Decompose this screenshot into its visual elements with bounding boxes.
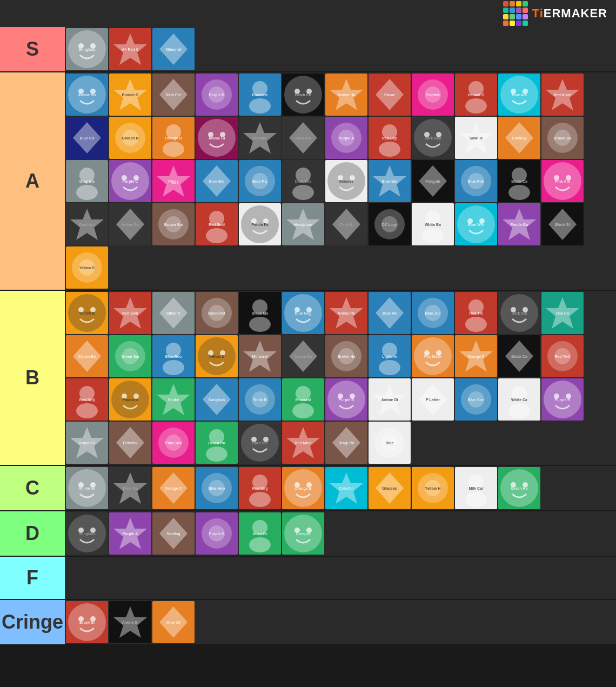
- avatar-b-5[interactable]: Blue Gog: [282, 292, 324, 334]
- avatar-a-7[interactable]: Flame: [369, 74, 411, 116]
- avatar-b-6[interactable]: Anime Re: [325, 292, 367, 334]
- avatar-a-31[interactable]: Blue Gla: [369, 160, 411, 202]
- avatar-a-0[interactable]: Anime Bo: [66, 74, 108, 116]
- avatar-b-21[interactable]: Orange F: [455, 335, 497, 377]
- avatar-s-0[interactable]: Sunglass: [66, 28, 108, 70]
- avatar-a-32[interactable]: Penguin: [412, 160, 454, 202]
- avatar-b-12[interactable]: Crown Bo: [66, 335, 108, 377]
- avatar-b-34[interactable]: White Ca: [498, 378, 540, 421]
- avatar-a-38[interactable]: Brown Sm: [152, 203, 195, 245]
- avatar-a-3[interactable]: Purple B: [196, 74, 238, 116]
- avatar-b-25[interactable]: Popcorn: [109, 378, 151, 421]
- avatar-b-18[interactable]: Brown Ha: [325, 335, 367, 377]
- avatar-c-3[interactable]: Blue Hoo: [196, 467, 238, 509]
- avatar-a-15[interactable]: Anime Gi: [196, 117, 238, 159]
- avatar-cringe-0[interactable]: Brawl St: [66, 601, 108, 643]
- avatar-c-6[interactable]: Colorful: [325, 467, 367, 509]
- avatar-b-2[interactable]: Silver K: [152, 292, 195, 334]
- avatar-b-27[interactable]: Sunglass: [196, 378, 238, 421]
- avatar-a-2[interactable]: Real Per: [152, 74, 195, 116]
- avatar-cringe-1[interactable]: Anime Gi: [109, 601, 151, 643]
- avatar-a-24[interactable]: Gray Ele: [66, 160, 108, 202]
- avatar-b-7[interactable]: Blue Ali: [369, 292, 411, 334]
- avatar-b-42[interactable]: Dragi Ro: [325, 422, 367, 464]
- avatar-a-10[interactable]: Blue Ani: [498, 74, 540, 116]
- avatar-a-28[interactable]: Blue P L: [239, 160, 281, 202]
- avatar-a-20[interactable]: Dark Boy: [412, 117, 454, 159]
- avatar-a-47[interactable]: Black St: [541, 203, 584, 245]
- avatar-c-10[interactable]: Green He: [498, 467, 540, 509]
- avatar-a-34[interactable]: Black Ca: [498, 160, 540, 202]
- avatar-a-22[interactable]: Cowboy: [498, 117, 540, 159]
- avatar-a-1[interactable]: Blonde G: [109, 74, 151, 116]
- avatar-a-18[interactable]: Purple A: [325, 117, 367, 159]
- avatar-b-35[interactable]: Purple H: [541, 378, 584, 421]
- avatar-d-0[interactable]: Sunglass: [66, 512, 108, 555]
- avatar-a-13[interactable]: Golden R: [109, 117, 151, 159]
- avatar-c-0[interactable]: Anime Gr: [66, 467, 108, 509]
- avatar-a-29[interactable]: Dark Sha: [282, 160, 324, 202]
- avatar-cringe-2[interactable]: Hive Cli: [152, 601, 195, 643]
- avatar-a-27[interactable]: Blue Blo: [196, 160, 238, 202]
- avatar-a-36[interactable]: Dark Ani: [66, 203, 108, 245]
- avatar-b-36[interactable]: Robot Fa: [66, 422, 108, 464]
- avatar-a-17[interactable]: Dark Ani: [282, 117, 324, 159]
- avatar-a-43[interactable]: DZ Logo: [369, 203, 411, 245]
- avatar-d-4[interactable]: Alien Gr: [239, 512, 281, 555]
- avatar-a-42[interactable]: Circle L: [325, 203, 367, 245]
- avatar-d-2[interactable]: Smiling: [152, 512, 195, 555]
- avatar-a-26[interactable]: Piggy: [152, 160, 195, 202]
- avatar-b-16[interactable]: Minecraf: [239, 335, 281, 377]
- avatar-a-12[interactable]: Blue Cir: [66, 117, 108, 159]
- avatar-b-20[interactable]: Fox Mask: [412, 335, 454, 377]
- avatar-a-4[interactable]: Blueberr: [239, 74, 281, 116]
- avatar-a-23[interactable]: Brown Bo: [541, 117, 584, 159]
- avatar-b-13[interactable]: Green Sm: [109, 335, 151, 377]
- avatar-c-8[interactable]: Yellow H: [412, 467, 454, 509]
- avatar-a-37[interactable]: Anime Su: [109, 203, 151, 245]
- avatar-b-10[interactable]: Dark Sui: [498, 292, 540, 334]
- avatar-a-14[interactable]: Orange B: [152, 117, 195, 159]
- avatar-b-43[interactable]: Dice: [369, 422, 411, 464]
- avatar-c-9[interactable]: Milk Car: [455, 467, 497, 509]
- avatar-a-25[interactable]: Purple C: [109, 160, 151, 202]
- avatar-a-44[interactable]: White Ba: [412, 203, 454, 245]
- avatar-a-8[interactable]: Pixelate: [412, 74, 454, 116]
- avatar-a-11[interactable]: Red Anim: [541, 74, 584, 116]
- avatar-b-1[interactable]: Red Swir: [109, 292, 151, 334]
- avatar-b-37[interactable]: Detectiv: [109, 422, 151, 464]
- avatar-a-9[interactable]: Helmet G: [455, 74, 497, 116]
- avatar-b-41[interactable]: Red Mine: [282, 422, 324, 464]
- avatar-a-16[interactable]: Monitor: [239, 117, 281, 159]
- avatar-b-39[interactable]: Green Ru: [196, 422, 238, 464]
- avatar-b-3[interactable]: Bookshel: [196, 292, 238, 334]
- avatar-c-7[interactable]: Glasses: [369, 467, 411, 509]
- avatar-c-2[interactable]: Orange C: [152, 467, 195, 509]
- avatar-a-5[interactable]: Black Ch: [282, 74, 324, 116]
- avatar-a-6[interactable]: Brown Ha: [325, 74, 367, 116]
- avatar-d-5[interactable]: Creeper: [282, 512, 324, 555]
- avatar-a-45[interactable]: Blue Win: [455, 203, 497, 245]
- avatar-a-46[interactable]: Panda Gu: [498, 203, 540, 245]
- avatar-c-5[interactable]: Orange B: [282, 467, 324, 509]
- avatar-b-30[interactable]: Purple B: [325, 378, 367, 421]
- avatar-b-22[interactable]: Black Ca: [498, 335, 540, 377]
- avatar-b-19[interactable]: Lightnin: [369, 335, 411, 377]
- avatar-a-21[interactable]: Swirl Ic: [455, 117, 497, 159]
- avatar-b-40[interactable]: Dark Hel: [239, 422, 281, 464]
- avatar-c-4[interactable]: Red Ninj: [239, 467, 281, 509]
- avatar-b-23[interactable]: Red Twit: [541, 335, 584, 377]
- avatar-b-4[interactable]: Black Ma: [239, 292, 281, 334]
- avatar-b-17[interactable]: Anime Da: [282, 335, 324, 377]
- avatar-a-30[interactable]: Glasses: [325, 160, 367, 202]
- avatar-b-0[interactable]: Yellow B: [66, 292, 108, 334]
- avatar-b-28[interactable]: Trello B: [239, 378, 281, 421]
- avatar-a-41[interactable]: Headphon: [282, 203, 324, 245]
- avatar-a-33[interactable]: Blue Rob: [455, 160, 497, 202]
- avatar-b-31[interactable]: Anime Gi: [369, 378, 411, 421]
- avatar-b-32[interactable]: P Letter: [412, 378, 454, 421]
- avatar-b-14[interactable]: Blue Rou: [152, 335, 195, 377]
- avatar-b-26[interactable]: Snake: [152, 378, 195, 421]
- avatar-b-8[interactable]: Blue Jac: [412, 292, 454, 334]
- avatar-d-1[interactable]: Purple A: [109, 512, 151, 555]
